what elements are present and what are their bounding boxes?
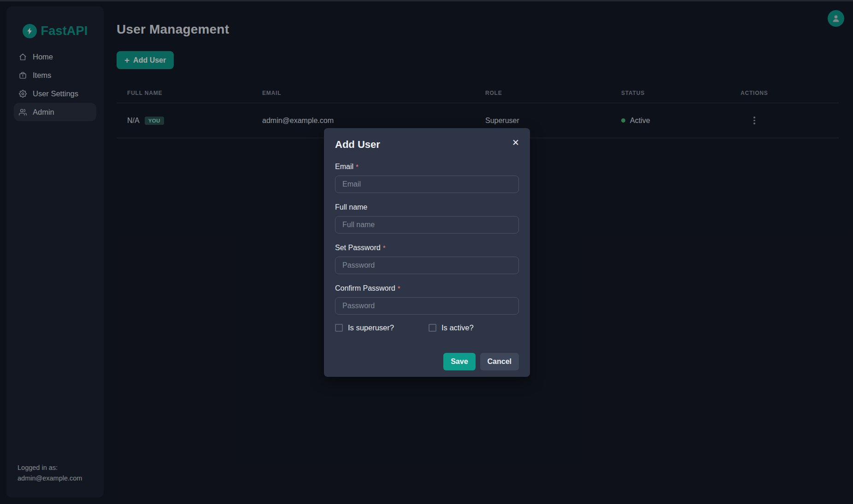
full-name-field-group: Full name	[335, 203, 519, 234]
checkbox-icon	[335, 324, 343, 332]
modal-title: Add User	[335, 138, 519, 151]
full-name-input[interactable]	[335, 216, 519, 234]
required-mark: *	[398, 284, 400, 292]
required-mark: *	[383, 244, 386, 252]
email-field-label: Email*	[335, 162, 519, 171]
email-field-group: Email*	[335, 162, 519, 193]
save-button[interactable]: Save	[443, 353, 475, 370]
set-password-field-label: Set Password*	[335, 243, 519, 252]
app-root: FastAPI Home Items User Settings	[0, 0, 853, 504]
set-password-input[interactable]	[335, 257, 519, 274]
is-active-checkbox[interactable]: Is active?	[429, 323, 474, 332]
close-icon: ✕	[512, 138, 519, 147]
modal-footer: Save Cancel	[335, 353, 519, 370]
confirm-password-input[interactable]	[335, 297, 519, 315]
email-input[interactable]	[335, 176, 519, 193]
add-user-modal: Add User ✕ Email* Full name Set Password…	[324, 128, 530, 377]
is-superuser-label: Is superuser?	[348, 323, 394, 332]
required-mark: *	[356, 163, 359, 170]
modal-checkbox-row: Is superuser? Is active?	[335, 323, 519, 332]
set-password-field-group: Set Password*	[335, 243, 519, 274]
modal-close-button[interactable]: ✕	[509, 135, 523, 149]
full-name-field-label: Full name	[335, 203, 519, 211]
confirm-password-field-group: Confirm Password*	[335, 284, 519, 315]
checkbox-icon	[429, 324, 436, 332]
is-active-label: Is active?	[441, 323, 474, 332]
cancel-button[interactable]: Cancel	[480, 353, 519, 370]
confirm-password-field-label: Confirm Password*	[335, 284, 519, 293]
is-superuser-checkbox[interactable]: Is superuser?	[335, 323, 429, 332]
